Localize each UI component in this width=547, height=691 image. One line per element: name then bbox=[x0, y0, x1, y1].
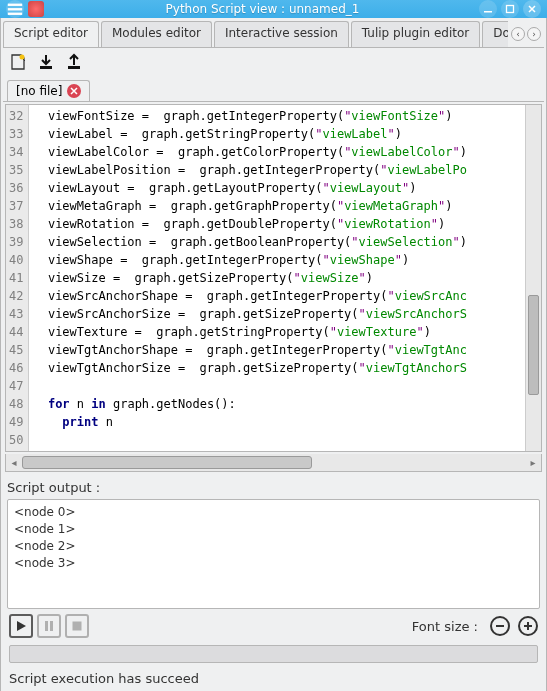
load-script-button[interactable] bbox=[35, 51, 57, 73]
svg-rect-7 bbox=[68, 66, 80, 69]
output-line: <node 0> bbox=[14, 504, 533, 521]
output-line: <node 2> bbox=[14, 538, 533, 555]
file-tabs: [no file] bbox=[3, 76, 544, 102]
svg-rect-9 bbox=[50, 621, 53, 631]
code-line: viewShape = graph.getIntegerProperty("vi… bbox=[33, 251, 521, 269]
svg-rect-13 bbox=[527, 622, 529, 630]
code-line: viewFontSize = graph.getIntegerProperty(… bbox=[33, 107, 521, 125]
hscroll-right[interactable]: ▸ bbox=[525, 454, 541, 471]
run-button[interactable] bbox=[9, 614, 33, 638]
svg-rect-1 bbox=[8, 8, 22, 10]
window-menu-button[interactable] bbox=[6, 0, 24, 18]
code-line: viewRotation = graph.getDoubleProperty("… bbox=[33, 215, 521, 233]
file-tab-label: [no file] bbox=[16, 84, 62, 98]
tabs-scroll-left[interactable]: ‹ bbox=[511, 27, 525, 41]
horizontal-scroll-thumb[interactable] bbox=[22, 456, 312, 469]
progress-bar bbox=[9, 645, 538, 663]
main-tabs: Script editorModules editorInteractive s… bbox=[3, 20, 544, 48]
svg-point-5 bbox=[20, 55, 25, 60]
app-icon bbox=[28, 1, 44, 17]
toolbar bbox=[3, 48, 544, 76]
code-line: viewSelection = graph.getBooleanProperty… bbox=[33, 233, 521, 251]
tab-script-editor[interactable]: Script editor bbox=[3, 21, 99, 47]
font-decrease-button[interactable] bbox=[490, 616, 510, 636]
code-editor[interactable]: 32333435363738394041424344454647484950 v… bbox=[5, 104, 542, 452]
code-line: for n in graph.getNodes(): bbox=[33, 395, 521, 413]
close-button[interactable] bbox=[523, 0, 541, 18]
close-file-icon[interactable] bbox=[67, 84, 81, 98]
window-title: Python Script view : unnamed_1 bbox=[50, 2, 475, 16]
code-line: viewSrcAnchorShape = graph.getIntegerPro… bbox=[33, 287, 521, 305]
svg-rect-0 bbox=[8, 4, 22, 6]
status-text: Script execution has succeed bbox=[3, 665, 544, 691]
titlebar: Python Script view : unnamed_1 bbox=[0, 0, 547, 18]
code-line bbox=[33, 431, 521, 449]
code-line: viewTgtAnchorShape = graph.getIntegerPro… bbox=[33, 341, 521, 359]
hscroll-left[interactable]: ◂ bbox=[6, 454, 22, 471]
line-gutter: 32333435363738394041424344454647484950 bbox=[6, 105, 29, 451]
code-line: viewSrcAnchorSize = graph.getSizePropert… bbox=[33, 305, 521, 323]
horizontal-scrollbar[interactable]: ◂ ▸ bbox=[5, 454, 542, 472]
output-box[interactable]: <node 0><node 1><node 2><node 3> bbox=[7, 499, 540, 609]
maximize-button[interactable] bbox=[501, 0, 519, 18]
tab-tulip-plugin-editor[interactable]: Tulip plugin editor bbox=[351, 21, 480, 47]
code-line: print n bbox=[33, 413, 521, 431]
code-line: viewLabelColor = graph.getColorProperty(… bbox=[33, 143, 521, 161]
svg-rect-3 bbox=[484, 11, 492, 13]
code-line bbox=[33, 377, 521, 395]
controls-row: Font size : bbox=[3, 609, 544, 643]
code-line: viewLayout = graph.getLayoutProperty("vi… bbox=[33, 179, 521, 197]
svg-rect-8 bbox=[45, 621, 48, 631]
svg-rect-6 bbox=[40, 66, 52, 69]
minimize-button[interactable] bbox=[479, 0, 497, 18]
stop-button[interactable] bbox=[65, 614, 89, 638]
code-line: viewLabelPosition = graph.getIntegerProp… bbox=[33, 161, 521, 179]
code-line: viewSize = graph.getSizeProperty("viewSi… bbox=[33, 269, 521, 287]
output-line: <node 1> bbox=[14, 521, 533, 538]
svg-rect-10 bbox=[73, 622, 82, 631]
output-line: <node 3> bbox=[14, 555, 533, 572]
code-line: viewTgtAnchorSize = graph.getSizePropert… bbox=[33, 359, 521, 377]
svg-rect-4 bbox=[507, 6, 514, 13]
vertical-scrollbar[interactable] bbox=[525, 105, 541, 451]
font-increase-button[interactable] bbox=[518, 616, 538, 636]
tabs-scroll-right[interactable]: › bbox=[527, 27, 541, 41]
tab-modules-editor[interactable]: Modules editor bbox=[101, 21, 212, 47]
font-size-label: Font size : bbox=[412, 619, 478, 634]
svg-rect-11 bbox=[496, 625, 504, 627]
code-line: viewMetaGraph = graph.getGraphProperty("… bbox=[33, 197, 521, 215]
svg-rect-2 bbox=[8, 13, 22, 15]
vertical-scroll-thumb[interactable] bbox=[528, 295, 539, 395]
code-area[interactable]: viewFontSize = graph.getIntegerProperty(… bbox=[29, 105, 525, 451]
file-tab[interactable]: [no file] bbox=[7, 80, 90, 101]
tab-interactive-session[interactable]: Interactive session bbox=[214, 21, 349, 47]
save-script-button[interactable] bbox=[63, 51, 85, 73]
output-label: Script output : bbox=[3, 474, 544, 499]
new-script-button[interactable] bbox=[7, 51, 29, 73]
pause-button[interactable] bbox=[37, 614, 61, 638]
code-line: viewLabel = graph.getStringProperty("vie… bbox=[33, 125, 521, 143]
tab-docum[interactable]: Docum bbox=[482, 21, 508, 47]
code-line: viewTexture = graph.getStringProperty("v… bbox=[33, 323, 521, 341]
